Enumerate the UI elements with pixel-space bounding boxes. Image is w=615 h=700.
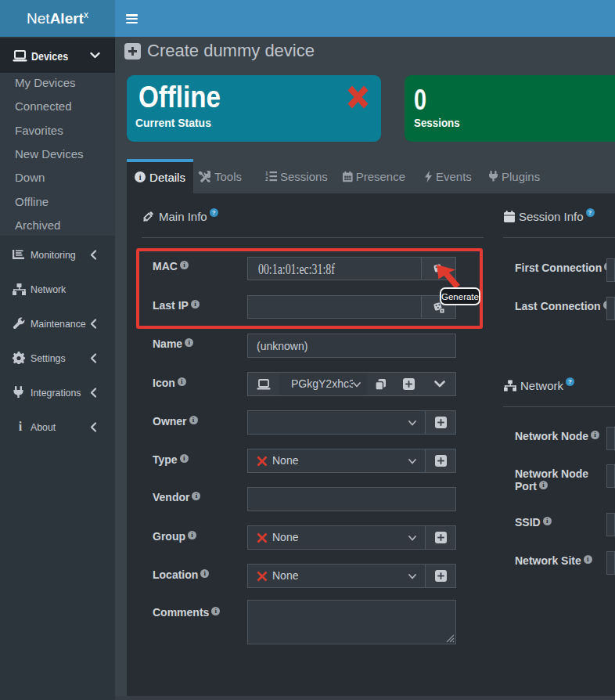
svg-text:1: 1 (265, 171, 268, 176)
svg-text:2: 2 (265, 176, 268, 182)
